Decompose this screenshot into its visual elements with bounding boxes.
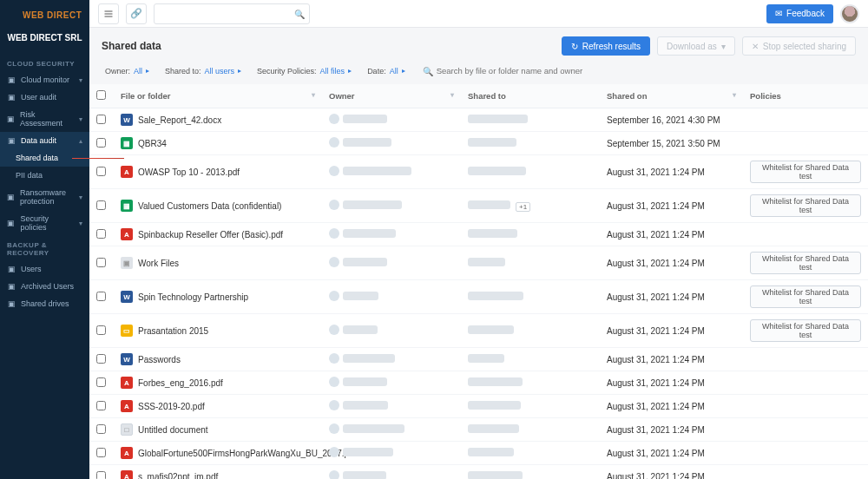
file-name[interactable]: s_mafis02ppt_jm.pdf (138, 472, 218, 480)
file-name[interactable]: Prasantation 2015 (138, 326, 208, 336)
sharedto-cell (468, 167, 526, 177)
col-sharedon[interactable]: Shared on▾ (600, 84, 743, 108)
row-checkbox[interactable] (96, 354, 106, 364)
sidebar-item[interactable]: ▣Cloud monitor▾ (0, 71, 89, 89)
filter-date[interactable]: Date: All ▸ (367, 67, 405, 75)
file-name[interactable]: Spinbackup Reseller Offer (Basic).pdf (138, 230, 283, 240)
chevron-down-icon: ▴ (79, 137, 82, 145)
row-checkbox[interactable] (96, 229, 106, 239)
date-cell: August 31, 2021 1:24 PM (600, 223, 743, 246)
owner-cell (329, 353, 395, 364)
sidebar-item[interactable]: ▣Users (0, 260, 89, 278)
file-type-icon: A (121, 447, 133, 459)
file-name[interactable]: OWASP Top 10 - 2013.pdf (138, 167, 240, 177)
plus-badge[interactable]: +1 (516, 202, 530, 212)
top-search-input[interactable] (154, 3, 310, 24)
file-name[interactable]: Spin Technology Partnership (138, 292, 248, 302)
refresh-button[interactable]: ↻ Refresh results (562, 36, 650, 56)
section-backup: BACKUP & RECOVERY (0, 236, 89, 260)
table-search-input[interactable] (421, 64, 647, 77)
row-checkbox[interactable] (96, 115, 106, 124)
owner-cell (329, 137, 391, 148)
policy-button[interactable]: Whitelist for Shared Data test (750, 161, 861, 183)
feedback-button[interactable]: ✉ Feedback (766, 4, 833, 23)
file-name[interactable]: Forbes_eng_2016.pdf (138, 378, 223, 388)
table-row: □Untitled documentAugust 31, 2021 1:24 P… (89, 418, 868, 442)
filter-owner[interactable]: Owner: All ▸ (105, 67, 149, 75)
date-cell: August 31, 2021 1:24 PM (600, 395, 743, 418)
policy-button[interactable]: Whitelist for Shared Data test (750, 319, 861, 342)
org-name: WEB DIRECT SRL (0, 30, 89, 55)
menu-button[interactable] (98, 3, 119, 24)
select-all-checkbox[interactable] (96, 90, 106, 100)
table-row: ▦QBR34September 15, 2021 3:50 PM (89, 132, 868, 155)
row-checkbox[interactable] (96, 448, 106, 457)
date-cell: August 31, 2021 1:24 PM (600, 465, 743, 480)
file-name[interactable]: QBR34 (138, 139, 167, 148)
table-row: ▣Work FilesAugust 31, 2021 1:24 PMWhitel… (89, 246, 868, 280)
policy-button[interactable]: Whitelist for Shared Data test (750, 194, 861, 217)
row-checkbox[interactable] (96, 167, 106, 176)
user-avatar-icon (329, 166, 339, 176)
file-name[interactable]: Work Files (138, 259, 179, 268)
file-type-icon: ▣ (121, 257, 133, 269)
file-type-icon: ▦ (121, 137, 133, 149)
sidebar-item-label: Cloud monitor (21, 75, 69, 84)
nav-icon: ▣ (7, 75, 16, 84)
avatar[interactable] (840, 4, 859, 23)
brand-logo: WEB DIRECT (0, 0, 89, 30)
file-name[interactable]: SSS-2019-20.pdf (138, 402, 205, 411)
sidebar-item[interactable]: ▣Security policies▾ (0, 210, 89, 236)
col-owner[interactable]: Owner▾ (322, 84, 461, 108)
page-title: Shared data (102, 40, 555, 52)
table-scroll[interactable]: File or folder▾ Owner▾ Shared to Shared … (89, 84, 868, 479)
file-type-icon: A (121, 166, 133, 178)
date-cell: August 31, 2021 1:24 PM (600, 442, 743, 465)
row-checkbox[interactable] (96, 292, 106, 301)
filter-policies[interactable]: Security Policies: All files ▸ (257, 67, 352, 75)
user-avatar-icon (329, 377, 339, 387)
row-checkbox[interactable] (96, 424, 106, 434)
policy-button[interactable]: Whitelist for Shared Data test (750, 252, 861, 274)
file-name[interactable]: Sale_Report_42.docx (138, 115, 221, 125)
file-type-icon: A (121, 470, 133, 479)
file-name[interactable]: Valued Customers Data (confidential) (138, 201, 281, 211)
table-row: WSale_Report_42.docxSeptember 16, 2021 4… (89, 108, 868, 132)
sidebar-item[interactable]: ▣Risk Assessment▾ (0, 106, 89, 132)
chat-icon: ✉ (775, 9, 782, 18)
col-policies[interactable]: Policies (743, 84, 868, 108)
row-checkbox[interactable] (96, 377, 106, 387)
stop-sharing-button[interactable]: ✕ Stop selected sharing (742, 36, 856, 56)
sidebar-item[interactable]: ▣Archived Users (0, 278, 89, 295)
row-checkbox[interactable] (96, 258, 106, 267)
sharedto-cell (468, 259, 505, 268)
policy-button[interactable]: Whitelist for Shared Data test (750, 285, 861, 308)
file-name[interactable]: Untitled document (138, 425, 208, 435)
share-button[interactable]: 🔗 (126, 3, 147, 24)
table-row: ASpinbackup Reseller Offer (Basic).pdfAu… (89, 223, 868, 246)
sidebar-item[interactable]: ▣Ransomware protection▾ (0, 184, 89, 210)
row-checkbox[interactable] (96, 325, 106, 335)
file-name[interactable]: GlobalFortune500FirmsHongParkWangXu_BU_2… (138, 449, 356, 458)
filter-sharedto[interactable]: Shared to: All users ▸ (165, 67, 241, 75)
download-button[interactable]: Download as ▾ (657, 36, 735, 56)
sidebar-subitem[interactable]: PII data (0, 167, 89, 184)
file-type-icon: W (121, 353, 133, 365)
sidebar-item[interactable]: ▣User audit (0, 89, 89, 106)
sidebar-item[interactable]: ▣Shared drives (0, 295, 89, 312)
file-name[interactable]: Passwords (138, 355, 181, 364)
sidebar-item[interactable]: ▣Data audit▴ (0, 132, 89, 149)
sidebar-subitem[interactable]: Shared data (0, 149, 89, 167)
table-search: 🔍 (421, 64, 852, 77)
row-checkbox[interactable] (96, 471, 106, 480)
caret-right-icon: ▸ (146, 67, 149, 75)
row-checkbox[interactable] (96, 138, 106, 148)
file-type-icon: W (121, 291, 133, 303)
date-cell: August 31, 2021 1:24 PM (600, 348, 743, 371)
owner-cell (329, 400, 388, 410)
row-checkbox[interactable] (96, 200, 106, 210)
table-row: AForbes_eng_2016.pdfAugust 31, 2021 1:24… (89, 371, 868, 395)
row-checkbox[interactable] (96, 401, 106, 410)
col-file[interactable]: File or folder▾ (114, 84, 322, 108)
col-sharedto[interactable]: Shared to (461, 84, 600, 108)
